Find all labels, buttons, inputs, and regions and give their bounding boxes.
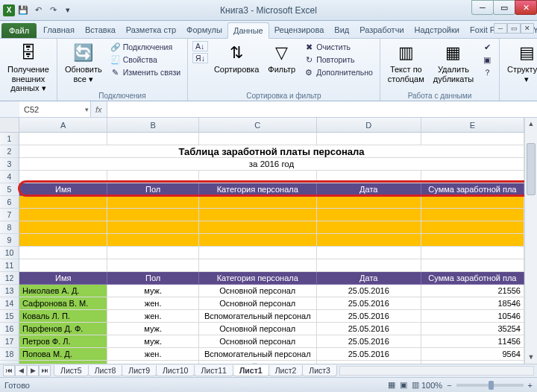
ribbon-tab[interactable]: Вставка xyxy=(80,22,121,38)
sheet-tab[interactable]: Лист1 xyxy=(233,365,269,376)
zoom-level[interactable]: 100% xyxy=(421,381,442,390)
cell[interactable] xyxy=(317,133,421,145)
row-header[interactable]: 17 xyxy=(0,335,19,348)
column-header[interactable]: D xyxy=(317,118,421,132)
cell[interactable] xyxy=(19,133,107,145)
column-header[interactable]: A xyxy=(19,118,107,132)
cell[interactable]: 25.05.2016 xyxy=(317,323,421,335)
cell[interactable]: Категория персонала xyxy=(199,183,317,196)
formula-bar[interactable] xyxy=(107,101,537,117)
mdi-restore[interactable]: ▭ xyxy=(507,23,521,34)
ribbon-tab[interactable]: Вид xyxy=(329,22,354,38)
sheet-tab[interactable]: Лист8 xyxy=(88,365,123,376)
cell[interactable] xyxy=(421,234,524,247)
sort-button[interactable]: ⇅ Сортировка xyxy=(211,41,262,76)
cell[interactable]: Вспомогательный персонал xyxy=(199,310,317,323)
cell[interactable] xyxy=(107,247,198,259)
cell[interactable] xyxy=(421,133,524,145)
cell[interactable]: 25.05.2016 xyxy=(317,285,421,297)
vertical-scrollbar[interactable]: ▲ ▼ xyxy=(524,118,537,364)
sheet-last-button[interactable]: ⏭ xyxy=(39,365,51,376)
cell[interactable]: жен. xyxy=(107,310,198,323)
connections-button[interactable]: 🔗Подключения xyxy=(108,41,183,53)
row-header[interactable]: 3 xyxy=(0,158,19,171)
cell[interactable]: за 2016 год xyxy=(19,158,524,171)
clear-filter-button[interactable]: ✖Очистить xyxy=(301,41,375,53)
cell[interactable]: Таблица заработной платы персонала xyxy=(19,145,524,158)
cell[interactable]: жен. xyxy=(107,297,198,310)
cell[interactable] xyxy=(199,234,317,247)
sheet-tab[interactable]: Лист2 xyxy=(268,365,304,376)
cell[interactable] xyxy=(19,234,107,247)
sort-asc-button[interactable]: А↓ xyxy=(192,41,208,51)
cell[interactable] xyxy=(199,259,317,272)
horizontal-scrollbar[interactable] xyxy=(339,366,534,376)
save-icon[interactable]: 💾 xyxy=(16,4,30,17)
sheet-tab[interactable]: Лист11 xyxy=(194,365,233,376)
remove-duplicates-button[interactable]: ▦ Удалить дубликаты xyxy=(430,41,477,85)
filter-button[interactable]: ▽ Фильтр xyxy=(265,41,298,76)
cell[interactable]: Парфенов Д. Ф. xyxy=(19,323,107,335)
cell[interactable]: 11456 xyxy=(421,335,524,348)
sheet-tab[interactable]: Лист3 xyxy=(302,365,337,376)
cell[interactable]: Пол xyxy=(107,183,198,196)
scroll-down-icon[interactable]: ▼ xyxy=(525,351,537,364)
cell[interactable]: муж. xyxy=(107,335,198,348)
select-all-button[interactable] xyxy=(0,118,19,133)
cell[interactable] xyxy=(19,221,107,234)
cell[interactable]: Основной персонал xyxy=(199,285,317,297)
row-header[interactable]: 5 xyxy=(0,183,19,196)
cell[interactable]: Имя xyxy=(19,183,107,196)
cell[interactable] xyxy=(317,221,421,234)
cell[interactable] xyxy=(421,171,524,183)
cell[interactable]: 25.05.2016 xyxy=(317,348,421,361)
cell[interactable]: 25.05.2016 xyxy=(317,335,421,348)
ribbon-tab[interactable]: Данные xyxy=(227,22,269,39)
cell[interactable] xyxy=(317,196,421,209)
cell[interactable] xyxy=(19,171,107,183)
whatif-button[interactable]: ？ xyxy=(480,66,494,78)
cell[interactable] xyxy=(107,171,198,183)
cell[interactable]: 35254 xyxy=(421,323,524,335)
cell[interactable] xyxy=(107,133,198,145)
row-header[interactable]: 13 xyxy=(0,285,19,297)
ribbon-tab[interactable]: Рецензирова xyxy=(269,22,330,38)
file-tab[interactable]: Файл xyxy=(1,23,37,38)
cell[interactable] xyxy=(107,196,198,209)
cell[interactable]: Петров Ф. Л. xyxy=(19,335,107,348)
ribbon-tab[interactable]: Надстройки xyxy=(409,22,465,38)
row-header[interactable]: 18 xyxy=(0,348,19,361)
cell[interactable]: Сумма заработной пла xyxy=(421,183,524,196)
row-header[interactable]: 16 xyxy=(0,323,19,335)
cell[interactable]: Основной персонал xyxy=(199,335,317,348)
fx-button[interactable]: fx xyxy=(91,101,107,117)
cell[interactable] xyxy=(19,247,107,259)
row-header[interactable]: 12 xyxy=(0,272,19,285)
cell[interactable]: 18546 xyxy=(421,297,524,310)
cell[interactable]: Вспомогательный персонал xyxy=(199,348,317,361)
cell[interactable] xyxy=(421,209,524,221)
cell[interactable] xyxy=(199,247,317,259)
zoom-slider[interactable] xyxy=(456,384,524,387)
edit-links-button[interactable]: ✎Изменить связи xyxy=(108,66,183,78)
excel-icon[interactable]: X xyxy=(3,4,15,16)
cell[interactable]: 21556 xyxy=(421,285,524,297)
cell[interactable]: Основной персонал xyxy=(199,297,317,310)
cell[interactable]: муж. xyxy=(107,285,198,297)
zoom-in-button[interactable]: + xyxy=(528,381,533,390)
view-pagebreak-icon[interactable]: ▥ xyxy=(409,380,421,390)
advanced-filter-button[interactable]: ⚙Дополнительно xyxy=(301,66,375,78)
cell[interactable]: Сумма заработной пла xyxy=(421,272,524,285)
row-header[interactable]: 2 xyxy=(0,145,19,158)
cell[interactable]: жен. xyxy=(107,348,198,361)
cell[interactable]: Дата xyxy=(317,183,421,196)
cell[interactable] xyxy=(421,196,524,209)
cell[interactable] xyxy=(199,221,317,234)
undo-icon[interactable]: ↶ xyxy=(31,4,45,17)
row-header[interactable]: 4 xyxy=(0,171,19,183)
zoom-out-button[interactable]: − xyxy=(447,381,451,390)
mdi-minimize[interactable]: ─ xyxy=(494,23,507,34)
row-header[interactable]: 1 xyxy=(0,133,19,145)
scroll-up-icon[interactable]: ▲ xyxy=(525,118,537,130)
cell[interactable]: Николаев А. Д. xyxy=(19,285,107,297)
